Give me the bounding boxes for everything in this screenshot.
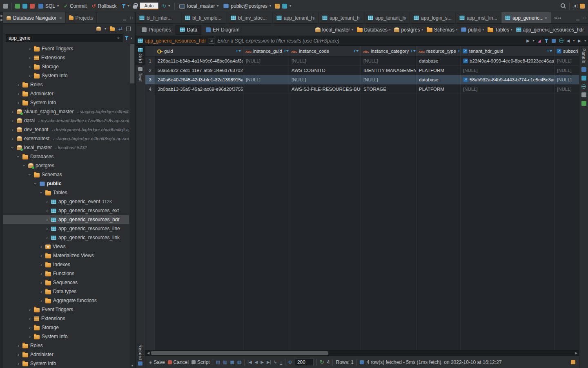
close-icon[interactable]: × (59, 16, 62, 20)
chevron-right-icon[interactable]: › (28, 334, 32, 339)
cell-tenant-hdr-guid[interactable]: 58ab932a-84b9-4443-b774-c1e5c45c3ac1 (461, 75, 555, 84)
column-header-instance-code[interactable]: instance_codeT (289, 46, 361, 56)
tree-item-indexes[interactable]: ›Indexes (3, 260, 129, 269)
maximize-icon[interactable]: □ (584, 16, 586, 20)
filter-sort-icon[interactable]: T (284, 49, 289, 53)
chevron-right-icon[interactable]: › (16, 343, 20, 348)
scroll-left-icon[interactable]: ◀ (145, 351, 151, 355)
previous-row-icon[interactable]: ◀ (255, 360, 258, 364)
tree-item-postgres[interactable]: ›postgres (3, 161, 129, 170)
chevron-right-icon[interactable]: › (39, 254, 43, 258)
chevron-right-icon[interactable]: › (39, 289, 43, 294)
scrollbar-thumb[interactable] (130, 44, 134, 83)
chevron-right-icon[interactable]: › (28, 74, 32, 78)
table-row[interactable]: 250a55922-c9d1-11e7-afb9-34e6d7637025AWS… (145, 66, 579, 75)
minimize-icon[interactable]: ▁ (123, 16, 126, 20)
navigator-filter-input[interactable]: app_gene × (6, 34, 122, 42)
chevron-right-icon[interactable]: › (16, 352, 20, 357)
cell-guid[interactable]: 240a6e40-2645-42d3-bfe1-32a1398915af (155, 75, 243, 84)
cell-instance-code[interactable]: AWS-S3-FILE-RESOURCES-BUCKET (289, 85, 361, 94)
ordering-icon[interactable]: ▧ (237, 359, 241, 365)
reference-link-icon[interactable] (463, 77, 468, 82)
chevron-right-icon[interactable]: › (39, 298, 43, 303)
calc-panel-icon[interactable] (581, 92, 586, 97)
cancel-button[interactable]: Cancel (168, 359, 189, 365)
tree-item-databases[interactable]: ›Databases (3, 152, 129, 161)
cell-instance-guid[interactable] (243, 66, 289, 75)
chevron-right-icon[interactable]: › (11, 128, 15, 132)
chevron-down-icon[interactable]: › (28, 173, 32, 177)
tab-database-navigator[interactable]: Database Navigator × (3, 12, 66, 23)
tree-item-datai[interactable]: ›datai- my-akn-tenant-kw9ne.c7zw3lus7s8s… (3, 116, 129, 125)
row-number[interactable]: 4 (145, 85, 155, 94)
presentation-tab-grid[interactable]: Grid (136, 46, 145, 65)
result-tab-data[interactable]: Data (176, 25, 201, 35)
tabs-overflow-chevron[interactable]: »21 (551, 12, 564, 23)
cell-tenant-hdr-guid[interactable]: b23f49a4-9099-4ee0-8be8-f2023ee46aa0 (461, 56, 555, 65)
chevron-right-icon[interactable]: › (11, 110, 15, 114)
editor-tab-app-tenant-hdr[interactable]: app_tenant_hdr (364, 12, 410, 23)
tab-projects[interactable]: Projects (66, 12, 97, 23)
disconnect-icon[interactable] (30, 4, 35, 9)
column-header-guid[interactable]: guidT (155, 46, 243, 56)
cell-subscri[interactable]: [NULL] (555, 56, 579, 65)
tree-item-event-triggers[interactable]: ›Event Triggers (3, 44, 129, 53)
column-header-instance-guid[interactable]: instance_guidT (243, 46, 289, 56)
cell-instance-category[interactable]: STORAGE (361, 85, 416, 94)
tree-scrollbar[interactable]: ▾ (130, 43, 135, 368)
cell-instance-code[interactable]: AWS-COGNITO (289, 66, 361, 75)
tree-item-local-master[interactable]: ›local_master- localhost:5432 (3, 143, 129, 152)
scroll-right-icon[interactable]: ▶ (573, 351, 579, 355)
filter-sort-icon[interactable]: T (236, 49, 241, 53)
chevron-down-icon[interactable]: › (11, 146, 15, 150)
breadcrumb-item-app-generic-resources-hdr[interactable]: app_generic_resources_hdr (514, 27, 586, 33)
next-row-icon[interactable]: ▶ (261, 360, 264, 364)
row-number[interactable]: 2 (145, 66, 155, 75)
tree-item-app-generic-resources-ext[interactable]: ›app_generic_resources_ext (3, 206, 129, 215)
result-table-name[interactable]: app_generic_resources_hdr (138, 38, 206, 44)
chevron-right-icon[interactable]: › (45, 200, 49, 204)
cell-tenant-hdr-guid[interactable]: [NULL] (461, 66, 555, 75)
tree-item-app-generic-resources-hdr[interactable]: ›app_generic_resources_hdr (3, 215, 129, 224)
expand-filter-icon[interactable]: ⇲ (209, 38, 214, 44)
cell-instance-code[interactable]: [NULL] (289, 75, 361, 84)
commit-mode-combo[interactable]: Auto (140, 2, 159, 9)
table-row[interactable]: 1226ba11e-b34b-4a1f-b9c6-48be06a4af3c[NU… (145, 56, 579, 66)
tree-item-akaun-staging-master[interactable]: ›akaun_staging_master- staging-bigledger… (3, 107, 129, 116)
chevron-right-icon[interactable]: › (16, 83, 20, 87)
chevron-right-icon[interactable]: › (11, 119, 15, 123)
column-header-subscri[interactable]: subscriT (555, 46, 579, 56)
editor-tab-app-login-s[interactable]: app_login_s... (410, 12, 456, 23)
tree-item-storage[interactable]: ›Storage (3, 323, 129, 332)
sql-editor-button[interactable]: SQL ▾ (37, 2, 60, 10)
chevron-right-icon[interactable]: › (28, 47, 32, 51)
tree-item-aggregate-functions[interactable]: ›Aggregate functions (3, 296, 129, 305)
chevron-right-icon[interactable]: › (28, 307, 32, 312)
chevron-right-icon[interactable]: › (45, 227, 49, 231)
cell-guid[interactable]: 50a55922-c9d1-11e7-afb9-34e6d7637025 (155, 66, 243, 75)
cell-instance-category[interactable]: [NULL] (361, 75, 416, 84)
result-tab-properties[interactable]: Properties (138, 25, 175, 35)
chevron-down-icon[interactable]: › (39, 191, 43, 195)
tree-item-schemas[interactable]: ›Schemas (3, 170, 129, 179)
tree-item-system-info[interactable]: ›System Info (3, 71, 129, 80)
last-row-icon[interactable]: ▶| (267, 360, 271, 364)
grid-corner-cell[interactable] (145, 46, 155, 56)
tree-item-roles[interactable]: ›Roles (3, 80, 129, 89)
chevron-right-icon[interactable]: › (39, 272, 43, 276)
breadcrumb-item-public[interactable]: public▾ (459, 27, 486, 33)
erase-filter-icon[interactable]: ◢ (538, 38, 541, 43)
perspective-grid-icon[interactable]: ▮ (573, 4, 577, 8)
table-row[interactable]: 43b0bab13-35a5-45a2-ac69-e96d20f37550AWS… (145, 85, 579, 94)
save-icon[interactable] (552, 39, 556, 43)
breadcrumb-item-local-master[interactable]: local_master▾ (314, 27, 355, 33)
save-filter-icon[interactable] (544, 38, 548, 43)
tree-item-materialized-views[interactable]: ›Materialized Views (3, 251, 129, 260)
cell-subscri[interactable]: [NULL] (555, 66, 579, 75)
tree-item-administer[interactable]: ›Administer (3, 89, 129, 98)
column-header-instance-category[interactable]: instance_categoryT (361, 46, 416, 56)
filter-sort-icon[interactable]: T (354, 49, 359, 53)
columns-fit-icon[interactable]: ▦ (230, 359, 234, 365)
editor-tab-bl-inv-stoc[interactable]: bl_inv_stoc... (227, 12, 273, 23)
compare-icon[interactable] (282, 4, 287, 9)
